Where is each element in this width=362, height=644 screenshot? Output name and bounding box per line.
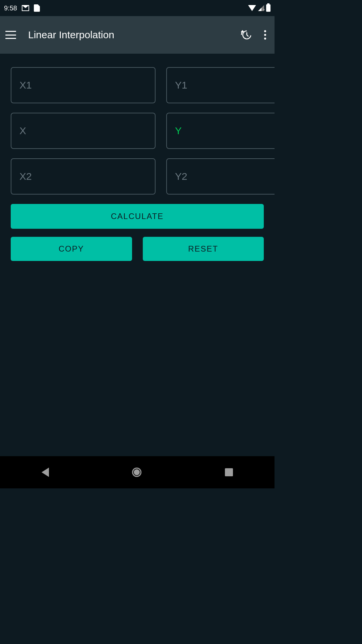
app-bar: Linear Interpolation bbox=[0, 16, 275, 54]
input-grid bbox=[11, 67, 264, 195]
status-right: × bbox=[248, 4, 270, 12]
nav-back-icon[interactable] bbox=[42, 468, 49, 477]
x-input[interactable] bbox=[11, 113, 156, 149]
more-vert-icon[interactable] bbox=[261, 30, 269, 40]
gmail-icon bbox=[22, 5, 29, 11]
nav-recent-icon[interactable] bbox=[225, 468, 233, 476]
status-time: 9:58 bbox=[4, 4, 17, 12]
page-title: Linear Interpolation bbox=[28, 29, 241, 41]
sd-card-icon bbox=[34, 4, 40, 12]
y2-input[interactable] bbox=[166, 158, 275, 195]
button-row: COPY RESET bbox=[11, 237, 264, 261]
content-area: CALCULATE COPY RESET bbox=[0, 54, 275, 274]
x2-input[interactable] bbox=[11, 158, 156, 195]
battery-icon bbox=[266, 4, 270, 12]
wifi-icon bbox=[248, 5, 256, 11]
x1-input[interactable] bbox=[11, 67, 156, 103]
nav-bar bbox=[0, 456, 275, 488]
status-left: 9:58 bbox=[4, 4, 40, 12]
menu-icon[interactable] bbox=[5, 31, 16, 39]
reset-button[interactable]: RESET bbox=[143, 237, 264, 261]
history-icon[interactable] bbox=[241, 30, 252, 40]
signal-icon: × bbox=[258, 5, 264, 11]
copy-button[interactable]: COPY bbox=[11, 237, 132, 261]
status-bar: 9:58 × bbox=[0, 0, 275, 16]
nav-home-icon[interactable] bbox=[132, 468, 141, 477]
y1-input[interactable] bbox=[166, 67, 275, 103]
calculate-button[interactable]: CALCULATE bbox=[11, 204, 264, 229]
y-output[interactable] bbox=[166, 113, 275, 149]
